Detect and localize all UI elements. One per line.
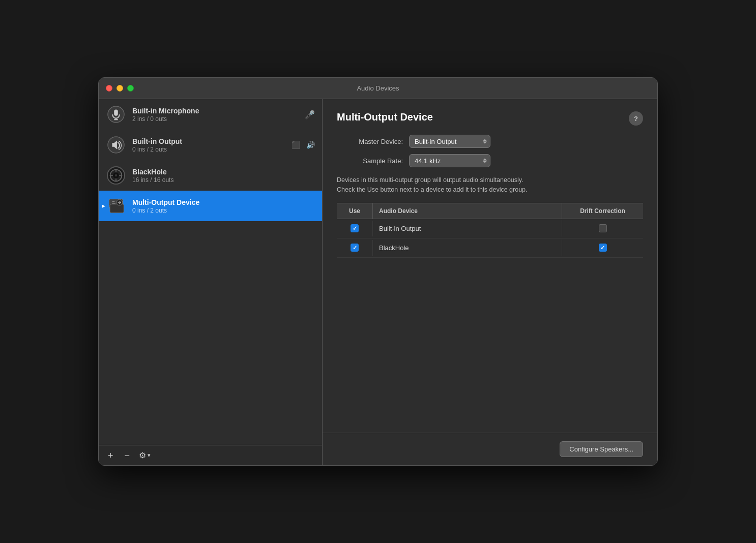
device-actions: 🎤	[305, 110, 315, 119]
device-info-builtin-mic: Built-in Microphone 2 ins / 0 outs	[132, 107, 305, 123]
device-name-cell-builtin-output: Built-in Output	[372, 221, 562, 236]
device-io: 2 ins / 0 outs	[132, 115, 305, 123]
device-info-builtin-output: Built-in Output 0 ins / 2 outs	[132, 137, 292, 153]
table-header: Use Audio Device Drift Correction	[337, 203, 643, 219]
close-button[interactable]	[106, 85, 112, 92]
svg-rect-1	[114, 110, 118, 116]
remove-device-button[interactable]: −	[123, 450, 132, 461]
column-header-device: Audio Device	[372, 203, 562, 219]
svg-rect-9	[110, 204, 124, 213]
column-header-drift: Drift Correction	[562, 203, 643, 219]
multi-output-icon	[106, 196, 126, 216]
use-cell-blackhole	[337, 239, 372, 256]
sidebar: Built-in Microphone 2 ins / 0 outs 🎤	[99, 99, 323, 465]
device-name: Built-in Output	[132, 137, 292, 145]
column-header-use: Use	[337, 203, 372, 219]
panel-header: Multi-Output Device ?	[337, 111, 643, 126]
device-name-cell-blackhole: BlackHole	[372, 240, 562, 256]
mic-action-icon: 🎤	[305, 110, 315, 119]
sample-rate-select-wrapper: 44.1 kHz	[409, 154, 490, 167]
sidebar-item-multi-output[interactable]: ▶	[99, 191, 322, 221]
blackhole-icon	[106, 165, 126, 186]
device-name: Multi-Output Device	[132, 198, 315, 206]
titlebar: Audio Devices	[99, 78, 657, 99]
device-table: Use Audio Device Drift Correction Built-…	[337, 203, 643, 258]
device-io: 0 ins / 2 outs	[132, 146, 292, 153]
device-actions: ⬛ 🔊	[292, 141, 315, 149]
use-cell-builtin-output	[337, 220, 372, 236]
panel-title: Multi-Output Device	[337, 111, 433, 123]
screen-icon: ⬛	[292, 141, 300, 149]
drift-checkbox-blackhole[interactable]	[599, 244, 607, 252]
play-arrow-icon: ▶	[102, 203, 105, 208]
table-row: Built-in Output	[337, 219, 643, 238]
add-device-button[interactable]: +	[106, 450, 115, 461]
master-device-select-wrapper: Built-in Output	[409, 135, 490, 148]
audio-devices-window: Audio Devices	[98, 77, 658, 466]
microphone-icon	[106, 104, 126, 125]
gear-icon: ⚙	[139, 450, 146, 460]
speaker-icon	[106, 135, 126, 155]
device-name: BlackHole	[132, 168, 315, 176]
chevron-icon: ▾	[148, 452, 151, 459]
device-info-multi-output: Multi-Output Device 0 ins / 2 outs	[132, 198, 315, 214]
window-body: Built-in Microphone 2 ins / 0 outs 🎤	[99, 99, 657, 465]
panel-content: Multi-Output Device ? Master Device: Bui…	[323, 99, 657, 433]
device-io: 0 ins / 2 outs	[132, 207, 315, 214]
sample-rate-select[interactable]: 44.1 kHz	[409, 154, 490, 167]
speaker-action-icon: 🔊	[306, 141, 315, 149]
drift-cell-blackhole	[562, 239, 643, 256]
use-checkbox-blackhole[interactable]	[351, 244, 359, 252]
sidebar-item-blackhole[interactable]: BlackHole 16 ins / 16 outs	[99, 160, 322, 191]
configure-speakers-button[interactable]: Configure Speakers...	[560, 441, 643, 457]
help-button[interactable]: ?	[629, 111, 643, 126]
device-io: 16 ins / 16 outs	[132, 176, 315, 184]
sample-rate-label: Sample Rate:	[337, 157, 403, 165]
svg-point-7	[115, 174, 118, 177]
settings-button[interactable]: ⚙ ▾	[139, 450, 151, 460]
device-info-blackhole: BlackHole 16 ins / 16 outs	[132, 168, 315, 184]
sample-rate-row: Sample Rate: 44.1 kHz	[337, 154, 643, 167]
sidebar-item-builtin-mic[interactable]: Built-in Microphone 2 ins / 0 outs 🎤	[99, 99, 322, 130]
window-title: Audio Devices	[357, 84, 399, 92]
minimize-button[interactable]	[117, 85, 123, 92]
device-list: Built-in Microphone 2 ins / 0 outs 🎤	[99, 99, 322, 445]
panel-bottom: Configure Speakers...	[323, 433, 657, 465]
use-checkbox-builtin-output[interactable]	[351, 224, 359, 232]
table-row: BlackHole	[337, 238, 643, 258]
drift-checkbox-builtin-output[interactable]	[599, 224, 607, 232]
main-panel: Multi-Output Device ? Master Device: Bui…	[323, 99, 657, 465]
master-device-label: Master Device:	[337, 138, 403, 145]
master-device-row: Master Device: Built-in Output	[337, 135, 643, 148]
traffic-lights	[106, 85, 134, 92]
maximize-button[interactable]	[127, 85, 134, 92]
master-device-select[interactable]: Built-in Output	[409, 135, 490, 148]
sidebar-toolbar: + − ⚙ ▾	[99, 445, 322, 465]
description-text: Devices in this multi-output group will …	[337, 175, 643, 195]
sidebar-item-builtin-output[interactable]: Built-in Output 0 ins / 2 outs ⬛ 🔊	[99, 130, 322, 160]
device-name: Built-in Microphone	[132, 107, 305, 115]
drift-cell-builtin-output	[562, 220, 643, 236]
